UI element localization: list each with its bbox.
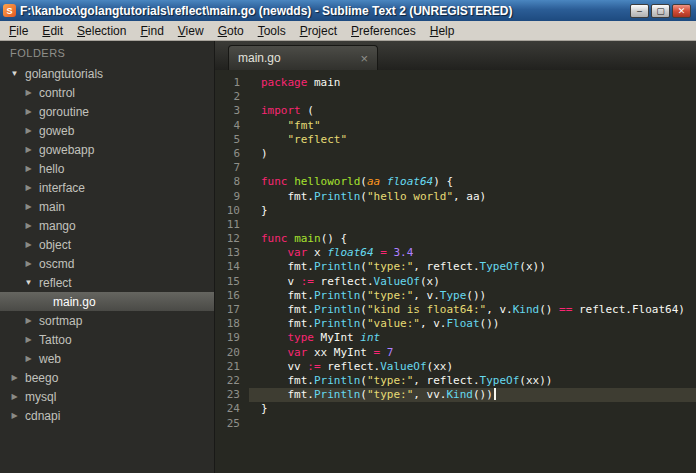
menu-edit[interactable]: Edit	[35, 22, 70, 40]
tab-close-icon[interactable]: ×	[360, 52, 368, 65]
folder-item-object[interactable]: ▶object	[0, 235, 214, 254]
code-line-2[interactable]	[261, 90, 696, 104]
code-line-14[interactable]: fmt.Println("type:", reflect.TypeOf(x))	[261, 260, 696, 274]
folder-item-gowebapp[interactable]: ▶gowebapp	[0, 140, 214, 159]
line-number: 8	[215, 175, 240, 189]
tree-item-label: gowebapp	[39, 143, 94, 157]
folder-item-reflect[interactable]: ▼reflect	[0, 273, 214, 292]
folder-item-mysql[interactable]: ▶mysql	[0, 387, 214, 406]
title-bar[interactable]: S F:\kanbox\golangtutorials\reflect\main…	[0, 0, 696, 21]
tree-item-label: sortmap	[39, 314, 82, 328]
code-line-6[interactable]: )	[261, 147, 696, 161]
folder-item-web[interactable]: ▶web	[0, 349, 214, 368]
code-line-1[interactable]: package main	[261, 76, 696, 90]
code-line-11[interactable]	[261, 218, 696, 232]
chevron-right-icon[interactable]: ▶	[24, 126, 33, 135]
code-line-9[interactable]: fmt.Println("hello world", aa)	[261, 190, 696, 204]
tree-item-label: Tattoo	[39, 333, 72, 347]
main-area: FOLDERS ▼golangtutorials▶control▶gorouti…	[0, 41, 696, 473]
code-line-3[interactable]: import (	[261, 104, 696, 118]
chevron-right-icon[interactable]: ▶	[24, 164, 33, 173]
code-line-5[interactable]: "reflect"	[261, 133, 696, 147]
chevron-down-icon[interactable]: ▼	[24, 278, 33, 287]
chevron-right-icon[interactable]: ▶	[10, 392, 19, 401]
menu-file[interactable]: File	[2, 22, 35, 40]
code-line-16[interactable]: fmt.Println("type:", v.Type())	[261, 289, 696, 303]
tree-item-label: cdnapi	[25, 409, 60, 423]
line-number: 23	[215, 388, 240, 402]
menu-tools[interactable]: Tools	[251, 22, 293, 40]
file-item-main.go[interactable]: main.go	[0, 292, 214, 311]
line-number-gutter: 1234567891011121314151617181920212223242…	[215, 76, 249, 473]
folders-header: FOLDERS	[0, 41, 214, 64]
maximize-button[interactable]: ▢	[651, 4, 670, 18]
code-line-19[interactable]: type MyInt int	[261, 331, 696, 345]
code-line-20[interactable]: var xx MyInt = 7	[261, 346, 696, 360]
chevron-right-icon[interactable]: ▶	[24, 240, 33, 249]
tree-item-label: object	[39, 238, 71, 252]
folder-item-oscmd[interactable]: ▶oscmd	[0, 254, 214, 273]
menu-view[interactable]: View	[171, 22, 211, 40]
menu-goto[interactable]: Goto	[211, 22, 251, 40]
folder-item-hello[interactable]: ▶hello	[0, 159, 214, 178]
folder-item-control[interactable]: ▶control	[0, 83, 214, 102]
code-line-18[interactable]: fmt.Println("value:", v.Float())	[261, 317, 696, 331]
code-line-7[interactable]	[261, 161, 696, 175]
code-line-12[interactable]: func main() {	[261, 232, 696, 246]
code-line-15[interactable]: v := reflect.ValueOf(x)	[261, 275, 696, 289]
code-editor[interactable]: 1234567891011121314151617181920212223242…	[215, 70, 696, 473]
folder-item-goroutine[interactable]: ▶goroutine	[0, 102, 214, 121]
tree-item-label: main	[39, 200, 65, 214]
tree-item-label: mango	[39, 219, 76, 233]
folder-item-golangtutorials[interactable]: ▼golangtutorials	[0, 64, 214, 83]
line-number: 5	[215, 133, 240, 147]
chevron-right-icon[interactable]: ▶	[24, 183, 33, 192]
chevron-right-icon[interactable]: ▶	[24, 221, 33, 230]
chevron-right-icon[interactable]: ▶	[24, 335, 33, 344]
code-line-10[interactable]: }	[261, 204, 696, 218]
tab-label: main.go	[238, 51, 360, 65]
code-line-21[interactable]: vv := reflect.ValueOf(xx)	[261, 360, 696, 374]
code-line-24[interactable]: }	[261, 402, 696, 416]
line-number: 7	[215, 161, 240, 175]
folder-item-beego[interactable]: ▶beego	[0, 368, 214, 387]
chevron-down-icon[interactable]: ▼	[10, 69, 19, 78]
code-line-4[interactable]: "fmt"	[261, 119, 696, 133]
chevron-right-icon[interactable]: ▶	[24, 259, 33, 268]
menu-preferences[interactable]: Preferences	[344, 22, 423, 40]
chevron-right-icon[interactable]: ▶	[10, 373, 19, 382]
text-cursor	[494, 388, 496, 400]
menu-find[interactable]: Find	[133, 22, 170, 40]
code-line-25[interactable]	[261, 417, 696, 431]
folder-item-Tattoo[interactable]: ▶Tattoo	[0, 330, 214, 349]
chevron-right-icon[interactable]: ▶	[24, 88, 33, 97]
code-line-23[interactable]: fmt.Println("type:", vv.Kind())	[249, 388, 696, 402]
chevron-right-icon[interactable]: ▶	[24, 202, 33, 211]
close-button[interactable]: ✕	[672, 4, 691, 18]
menu-project[interactable]: Project	[293, 22, 344, 40]
chevron-right-icon[interactable]: ▶	[24, 145, 33, 154]
menu-help[interactable]: Help	[423, 22, 462, 40]
folder-item-interface[interactable]: ▶interface	[0, 178, 214, 197]
code-line-8[interactable]: func helloworld(aa float64) {	[261, 175, 696, 189]
code-line-13[interactable]: var x float64 = 3.4	[261, 246, 696, 260]
code-line-22[interactable]: fmt.Println("type:", reflect.TypeOf(xx))	[261, 374, 696, 388]
line-number: 10	[215, 204, 240, 218]
folder-item-goweb[interactable]: ▶goweb	[0, 121, 214, 140]
chevron-right-icon[interactable]: ▶	[10, 411, 19, 420]
menu-selection[interactable]: Selection	[70, 22, 133, 40]
chevron-right-icon[interactable]: ▶	[24, 354, 33, 363]
code-line-17[interactable]: fmt.Println("kind is float64:", v.Kind()…	[261, 303, 696, 317]
chevron-right-icon[interactable]: ▶	[24, 316, 33, 325]
folder-item-cdnapi[interactable]: ▶cdnapi	[0, 406, 214, 425]
sublime-app-icon: S	[3, 4, 16, 17]
folder-item-main[interactable]: ▶main	[0, 197, 214, 216]
minimize-button[interactable]: –	[630, 4, 649, 18]
folder-item-sortmap[interactable]: ▶sortmap	[0, 311, 214, 330]
menu-bar: FileEditSelectionFindViewGotoToolsProjec…	[0, 21, 696, 41]
line-number: 14	[215, 260, 240, 274]
tab-main-go[interactable]: main.go ×	[228, 45, 378, 70]
folder-item-mango[interactable]: ▶mango	[0, 216, 214, 235]
chevron-right-icon[interactable]: ▶	[24, 107, 33, 116]
line-number: 17	[215, 303, 240, 317]
